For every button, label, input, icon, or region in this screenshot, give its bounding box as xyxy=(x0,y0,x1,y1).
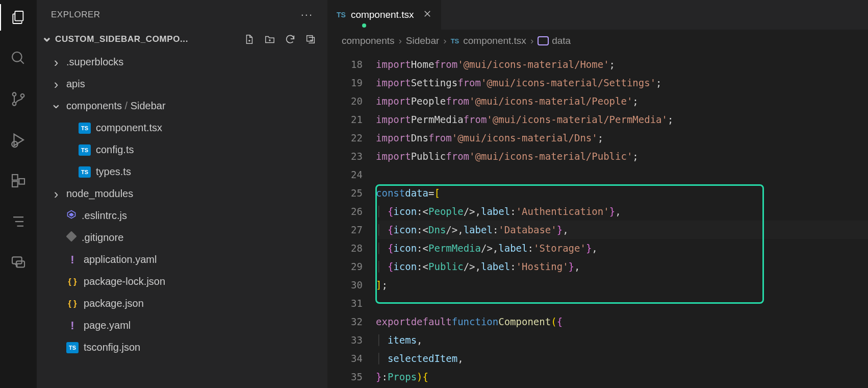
ts-file-icon: TS xyxy=(337,11,346,19)
chevron-right-icon xyxy=(51,57,61,67)
tree-label: tsconfig.json xyxy=(84,342,140,353)
tree-file-tsconfig[interactable]: TS tsconfig.json xyxy=(37,336,327,358)
tree-label: package.json xyxy=(84,298,144,309)
svg-point-1 xyxy=(12,52,22,62)
activity-run-debug[interactable] xyxy=(9,131,28,149)
activity-source-control[interactable] xyxy=(9,90,28,108)
svg-rect-13 xyxy=(12,257,22,263)
svg-line-2 xyxy=(20,60,24,64)
breadcrumb-symbol[interactable]: data xyxy=(538,35,571,46)
close-tab-icon[interactable] xyxy=(423,9,432,21)
project-actions xyxy=(244,34,319,45)
ts-file-icon: TS xyxy=(451,37,459,45)
files-icon xyxy=(10,9,27,26)
svg-rect-9 xyxy=(19,179,24,184)
json-file-icon: { } xyxy=(66,298,79,309)
variable-symbol-icon xyxy=(538,36,549,45)
activity-explorer[interactable] xyxy=(9,8,28,27)
editor-panel: TS component.tsx components › Sidebar › … xyxy=(327,0,868,388)
outline-icon xyxy=(11,214,26,229)
chevron-right-icon xyxy=(51,79,61,89)
tree-label: package-lock.json xyxy=(84,276,165,287)
file-tree: .superblocks apis components / Sidebar T… xyxy=(37,49,327,360)
breadcrumb-separator-icon: › xyxy=(399,35,402,46)
tree-file-types-ts[interactable]: TS types.ts xyxy=(37,161,327,183)
svg-marker-22 xyxy=(69,213,73,217)
project-header[interactable]: CUSTOM_SIDEBAR_COMPO... xyxy=(37,30,327,49)
tree-label: types.ts xyxy=(96,166,131,178)
tree-file-config-ts[interactable]: TS config.ts xyxy=(37,139,327,161)
code-content[interactable]: import Home from '@mui/icons-material/Ho… xyxy=(376,52,868,388)
tree-folder-node-modules[interactable]: node_modules xyxy=(37,183,327,205)
activity-outline[interactable] xyxy=(9,212,28,231)
breadcrumb-segment[interactable]: component.tsx xyxy=(463,35,526,46)
svg-point-5 xyxy=(21,94,24,98)
breadcrumb-separator-icon: › xyxy=(530,35,533,46)
svg-rect-23 xyxy=(66,231,76,241)
chevron-down-icon xyxy=(42,34,52,44)
tree-file-package-lock[interactable]: { } package-lock.json xyxy=(37,271,327,293)
collapse-all-icon[interactable] xyxy=(305,34,316,45)
activity-search[interactable] xyxy=(9,49,28,67)
svg-point-3 xyxy=(13,92,16,96)
explorer-header: EXPLORER ··· xyxy=(37,0,327,30)
tree-label: component.tsx xyxy=(96,122,162,134)
refresh-icon[interactable] xyxy=(285,34,296,45)
new-file-icon[interactable] xyxy=(244,34,255,45)
tab-component-tsx[interactable]: TS component.tsx xyxy=(327,0,441,30)
tree-file-eslintrc[interactable]: .eslintrc.js xyxy=(37,205,327,227)
tree-label: node_modules xyxy=(66,188,133,200)
explorer-more-actions[interactable]: ··· xyxy=(301,8,313,21)
tree-folder-components-sidebar[interactable]: components / Sidebar xyxy=(37,95,327,117)
tree-file-gitignore[interactable]: .gitignore xyxy=(37,227,327,249)
tsconfig-file-icon: TS xyxy=(66,342,79,353)
tree-label: .gitignore xyxy=(82,232,123,244)
yaml-file-icon: ! xyxy=(66,254,79,265)
tree-folder-superblocks[interactable]: .superblocks xyxy=(37,51,327,73)
chevron-right-icon xyxy=(51,189,61,199)
svg-rect-0 xyxy=(15,11,23,21)
json-file-icon: { } xyxy=(66,276,79,287)
tree-label: application.yaml xyxy=(84,254,157,265)
breadcrumbs[interactable]: components › Sidebar › TS component.tsx … xyxy=(327,30,868,52)
breadcrumb-separator-icon: › xyxy=(443,35,446,46)
tree-file-application-yaml[interactable]: ! application.yaml xyxy=(37,249,327,271)
activity-extensions[interactable] xyxy=(9,172,28,190)
tree-file-package-json[interactable]: { } package.json xyxy=(37,293,327,314)
tree-label: .superblocks xyxy=(66,56,123,68)
branch-icon xyxy=(10,91,27,107)
tree-file-page-yaml[interactable]: ! page.yaml xyxy=(37,314,327,336)
modified-indicator-icon xyxy=(362,23,366,28)
code-editor[interactable]: 181920212223242526272829303132333435 imp… xyxy=(327,52,868,388)
tree-file-component-tsx[interactable]: TS component.tsx xyxy=(37,117,327,139)
new-folder-icon[interactable] xyxy=(264,34,275,45)
activity-bar xyxy=(0,0,37,388)
tree-folder-apis[interactable]: apis xyxy=(37,73,327,95)
comments-icon xyxy=(10,254,27,271)
debug-icon xyxy=(10,131,27,149)
tree-label: apis xyxy=(66,78,85,90)
project-name: CUSTOM_SIDEBAR_COMPO... xyxy=(55,34,241,44)
chevron-down-icon xyxy=(51,101,61,111)
tree-label: page.yaml xyxy=(84,320,131,331)
breadcrumb-segment[interactable]: Sidebar xyxy=(406,35,440,46)
svg-rect-8 xyxy=(12,181,18,187)
explorer-title: EXPLORER xyxy=(51,10,100,20)
eslint-file-icon xyxy=(66,209,76,222)
git-file-icon xyxy=(66,231,76,244)
extensions-icon xyxy=(10,173,27,189)
tree-label: .eslintrc.js xyxy=(82,210,127,222)
search-icon xyxy=(10,50,27,66)
yaml-file-icon: ! xyxy=(66,320,79,331)
breadcrumb-segment[interactable]: components xyxy=(342,35,395,46)
ts-file-icon: TS xyxy=(79,123,91,134)
editor-tabs: TS component.tsx xyxy=(327,0,868,30)
svg-rect-7 xyxy=(12,175,18,180)
line-gutter: 181920212223242526272829303132333435 xyxy=(327,52,376,388)
tab-label: component.tsx xyxy=(351,9,414,20)
tree-label: components / Sidebar xyxy=(66,100,166,112)
activity-comments[interactable] xyxy=(9,253,28,272)
tree-label: config.ts xyxy=(96,144,134,156)
explorer-panel: EXPLORER ··· CUSTOM_SIDEBAR_COMPO... .su… xyxy=(37,0,327,388)
svg-point-4 xyxy=(13,102,16,106)
